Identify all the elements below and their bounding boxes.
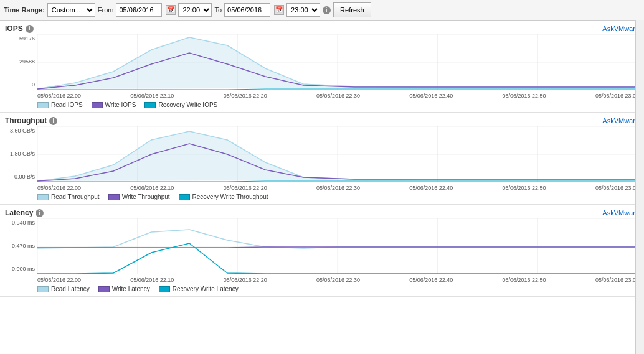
latency-chart-col: 05/06/2016 22:00 05/06/2016 22:10 05/06/… [37, 218, 639, 283]
iops-recovery-swatch [144, 102, 156, 108]
iops-x-labels: 05/06/2016 22:00 05/06/2016 22:10 05/06/… [37, 91, 639, 99]
throughput-x-labels: 05/06/2016 22:00 05/06/2016 22:10 05/06/… [37, 184, 639, 191]
throughput-legend-recovery: Recovery Write Throughput [179, 193, 268, 200]
latency-info-icon[interactable]: i [36, 209, 44, 217]
latency-svg [37, 218, 639, 274]
throughput-ask-vmware[interactable]: AskVMware [602, 117, 639, 124]
to-time-select[interactable]: 23:00 [286, 3, 320, 17]
iops-y-axis: 59176 29588 0 [5, 34, 37, 99]
iops-read-swatch [37, 102, 49, 108]
from-calendar-icon[interactable]: 📅 [166, 5, 176, 15]
iops-chart-area: 59176 29588 0 [5, 34, 639, 99]
throughput-recovery-swatch [179, 194, 190, 200]
iops-title: IOPS i [5, 24, 34, 33]
from-time-select[interactable]: 22:00 [178, 3, 212, 17]
throughput-header: Throughput i AskVMware [0, 115, 644, 126]
latency-title: Latency i [5, 208, 44, 217]
throughput-section: Throughput i AskVMware 3.60 GB/s 1.80 GB… [0, 113, 644, 205]
throughput-y-axis: 3.60 GB/s 1.80 GB/s 0.00 B/s [5, 126, 37, 191]
to-date-input[interactable] [224, 3, 270, 17]
iops-svg [37, 34, 639, 90]
throughput-title: Throughput i [5, 116, 57, 125]
iops-header: IOPS i AskVMware [0, 23, 644, 34]
toolbar: Time Range: Custom ... From 📅 22:00 To 📅… [0, 0, 644, 21]
iops-legend-write: Write IOPS [92, 101, 136, 108]
from-label: From [98, 6, 114, 14]
iops-legend: Read IOPS Write IOPS Recovery Write IOPS [0, 99, 644, 111]
throughput-read-swatch [37, 194, 49, 200]
latency-legend-recovery: Recovery Write Latency [159, 286, 239, 292]
latency-ask-vmware[interactable]: AskVMware [602, 209, 639, 217]
throughput-legend-write: Write Throughput [108, 193, 170, 200]
charts-container: IOPS i AskVMware 59176 29588 0 [0, 21, 644, 354]
throughput-svg [37, 126, 639, 182]
iops-info-icon[interactable]: i [26, 25, 34, 33]
iops-legend-read: Read IOPS [37, 101, 83, 108]
from-date-input[interactable] [116, 3, 162, 17]
latency-y-axis: 0.940 ms 0.470 ms 0.000 ms [5, 218, 37, 283]
iops-section: IOPS i AskVMware 59176 29588 0 [0, 21, 644, 113]
latency-x-labels: 05/06/2016 22:00 05/06/2016 22:10 05/06/… [37, 276, 639, 283]
iops-write-swatch [92, 102, 103, 108]
scrollbar[interactable] [635, 20, 644, 354]
refresh-button[interactable]: Refresh [333, 2, 371, 17]
throughput-info-icon[interactable]: i [49, 117, 57, 125]
latency-write-swatch [98, 286, 110, 292]
to-calendar-icon[interactable]: 📅 [274, 5, 284, 15]
iops-chart-col: 05/06/2016 22:00 05/06/2016 22:10 05/06/… [37, 34, 639, 99]
time-info-icon[interactable]: i [323, 6, 331, 14]
throughput-write-swatch [108, 194, 120, 200]
time-range-select[interactable]: Custom ... [47, 3, 95, 17]
to-label: To [214, 6, 222, 14]
latency-legend-read: Read Latency [37, 286, 90, 292]
time-range-label: Time Range: [4, 6, 45, 14]
iops-ask-vmware[interactable]: AskVMware [602, 25, 639, 32]
latency-chart-area: 0.940 ms 0.470 ms 0.000 ms [5, 218, 639, 283]
throughput-legend-read: Read Throughput [37, 193, 100, 200]
throughput-legend: Read Throughput Write Throughput Recover… [0, 191, 644, 203]
latency-section: Latency i AskVMware 0.940 ms 0.470 ms 0.… [0, 205, 644, 297]
latency-recovery-swatch [159, 286, 170, 292]
latency-legend: Read Latency Write Latency Recovery Writ… [0, 283, 644, 295]
latency-legend-write: Write Latency [98, 286, 150, 292]
iops-legend-recovery: Recovery Write IOPS [144, 101, 217, 108]
latency-read-swatch [37, 286, 49, 292]
throughput-chart-area: 3.60 GB/s 1.80 GB/s 0.00 B/s [5, 126, 639, 191]
throughput-chart-col: 05/06/2016 22:00 05/06/2016 22:10 05/06/… [37, 126, 639, 191]
latency-header: Latency i AskVMware [0, 207, 644, 218]
